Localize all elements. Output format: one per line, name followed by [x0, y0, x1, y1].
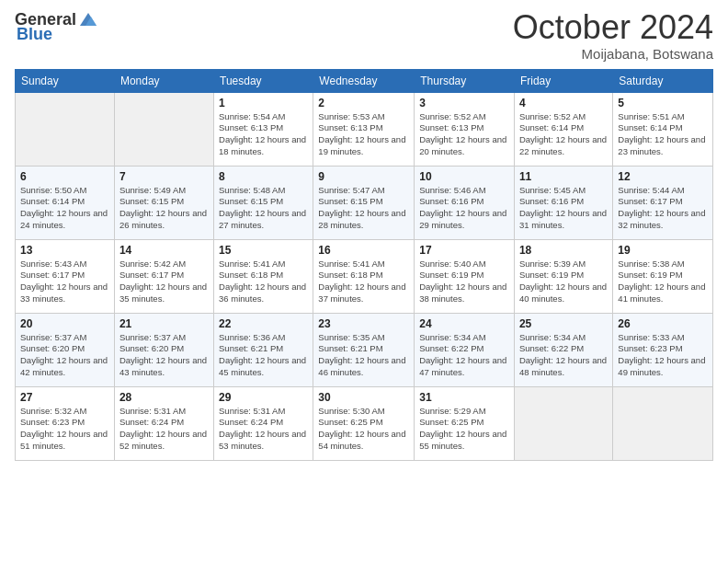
calendar-header-saturday: Saturday [613, 69, 713, 92]
day-info: Sunrise: 5:48 AMSunset: 6:15 PMDaylight:… [219, 185, 308, 232]
day-info: Sunrise: 5:34 AMSunset: 6:22 PMDaylight:… [419, 332, 509, 379]
calendar-cell: 17Sunrise: 5:40 AMSunset: 6:19 PMDayligh… [415, 239, 515, 313]
day-info: Sunrise: 5:45 AMSunset: 6:16 PMDaylight:… [519, 185, 608, 232]
day-info: Sunrise: 5:51 AMSunset: 6:14 PMDaylight:… [618, 111, 708, 158]
day-number: 15 [219, 244, 308, 257]
day-number: 16 [318, 244, 409, 257]
calendar-cell: 19Sunrise: 5:38 AMSunset: 6:19 PMDayligh… [613, 239, 713, 313]
day-number: 10 [419, 170, 509, 183]
calendar-cell: 2Sunrise: 5:53 AMSunset: 6:13 PMDaylight… [313, 92, 415, 166]
title-month: October 2024 [513, 9, 713, 46]
calendar-header-row: SundayMondayTuesdayWednesdayThursdayFrid… [16, 69, 713, 92]
calendar-table: SundayMondayTuesdayWednesdayThursdayFrid… [15, 69, 713, 461]
day-number: 6 [20, 170, 109, 183]
calendar-cell: 1Sunrise: 5:54 AMSunset: 6:13 PMDaylight… [214, 92, 313, 166]
calendar-cell: 20Sunrise: 5:37 AMSunset: 6:20 PMDayligh… [16, 313, 115, 386]
calendar-week-row: 20Sunrise: 5:37 AMSunset: 6:20 PMDayligh… [16, 313, 713, 386]
day-number: 22 [219, 317, 308, 330]
day-info: Sunrise: 5:35 AMSunset: 6:21 PMDaylight:… [318, 332, 409, 379]
day-info: Sunrise: 5:36 AMSunset: 6:21 PMDaylight:… [219, 332, 308, 379]
calendar-header-tuesday: Tuesday [214, 69, 313, 92]
day-number: 20 [20, 317, 109, 330]
day-number: 5 [618, 97, 708, 109]
logo-blue-text: Blue [17, 26, 52, 42]
calendar-cell: 6Sunrise: 5:50 AMSunset: 6:14 PMDaylight… [16, 166, 115, 239]
day-number: 19 [618, 244, 708, 257]
calendar-header-thursday: Thursday [415, 69, 515, 92]
day-info: Sunrise: 5:42 AMSunset: 6:17 PMDaylight:… [119, 259, 209, 305]
day-info: Sunrise: 5:37 AMSunset: 6:20 PMDaylight:… [119, 332, 209, 379]
day-info: Sunrise: 5:38 AMSunset: 6:19 PMDaylight:… [618, 259, 708, 305]
calendar-cell [514, 386, 612, 460]
header: General Blue October 2024 Moijabana, Bot… [15, 9, 713, 62]
day-info: Sunrise: 5:33 AMSunset: 6:23 PMDaylight:… [618, 332, 708, 379]
day-info: Sunrise: 5:44 AMSunset: 6:17 PMDaylight:… [618, 185, 708, 232]
day-info: Sunrise: 5:53 AMSunset: 6:13 PMDaylight:… [318, 111, 409, 158]
day-number: 27 [20, 391, 109, 404]
calendar-cell: 22Sunrise: 5:36 AMSunset: 6:21 PMDayligh… [214, 313, 313, 386]
day-number: 4 [519, 97, 608, 109]
day-number: 18 [519, 244, 608, 257]
day-info: Sunrise: 5:34 AMSunset: 6:22 PMDaylight:… [519, 332, 608, 379]
day-number: 1 [219, 97, 308, 109]
calendar-cell: 5Sunrise: 5:51 AMSunset: 6:14 PMDaylight… [613, 92, 713, 166]
day-number: 29 [219, 391, 308, 404]
day-info: Sunrise: 5:46 AMSunset: 6:16 PMDaylight:… [419, 185, 509, 232]
calendar-cell: 31Sunrise: 5:29 AMSunset: 6:25 PMDayligh… [415, 386, 515, 460]
calendar-cell: 28Sunrise: 5:31 AMSunset: 6:24 PMDayligh… [114, 386, 213, 460]
calendar-cell [16, 92, 115, 166]
day-number: 14 [119, 244, 209, 257]
day-info: Sunrise: 5:31 AMSunset: 6:24 PMDaylight:… [119, 406, 209, 453]
day-info: Sunrise: 5:37 AMSunset: 6:20 PMDaylight:… [20, 332, 109, 379]
calendar-header-wednesday: Wednesday [313, 69, 415, 92]
day-number: 23 [318, 317, 409, 330]
calendar-header-friday: Friday [514, 69, 612, 92]
calendar-week-row: 13Sunrise: 5:43 AMSunset: 6:17 PMDayligh… [16, 239, 713, 313]
logo: General Blue [15, 9, 98, 42]
day-number: 21 [119, 317, 209, 330]
day-info: Sunrise: 5:49 AMSunset: 6:15 PMDaylight:… [119, 185, 209, 232]
calendar-cell [114, 92, 213, 166]
calendar-cell: 29Sunrise: 5:31 AMSunset: 6:24 PMDayligh… [214, 386, 313, 460]
day-number: 26 [618, 317, 708, 330]
day-info: Sunrise: 5:41 AMSunset: 6:18 PMDaylight:… [219, 259, 308, 305]
day-number: 11 [519, 170, 608, 183]
day-info: Sunrise: 5:43 AMSunset: 6:17 PMDaylight:… [20, 259, 109, 305]
day-number: 7 [119, 170, 209, 183]
calendar-cell: 21Sunrise: 5:37 AMSunset: 6:20 PMDayligh… [114, 313, 213, 386]
page: General Blue October 2024 Moijabana, Bot… [0, 0, 728, 563]
calendar-cell [613, 386, 713, 460]
day-number: 3 [419, 97, 509, 109]
calendar-week-row: 6Sunrise: 5:50 AMSunset: 6:14 PMDaylight… [16, 166, 713, 239]
calendar-cell: 14Sunrise: 5:42 AMSunset: 6:17 PMDayligh… [114, 239, 213, 313]
calendar-cell: 23Sunrise: 5:35 AMSunset: 6:21 PMDayligh… [313, 313, 415, 386]
calendar-cell: 13Sunrise: 5:43 AMSunset: 6:17 PMDayligh… [16, 239, 115, 313]
day-info: Sunrise: 5:29 AMSunset: 6:25 PMDaylight:… [419, 406, 509, 453]
calendar-header-sunday: Sunday [16, 69, 115, 92]
day-info: Sunrise: 5:40 AMSunset: 6:19 PMDaylight:… [419, 259, 509, 305]
calendar-cell: 15Sunrise: 5:41 AMSunset: 6:18 PMDayligh… [214, 239, 313, 313]
calendar-cell: 18Sunrise: 5:39 AMSunset: 6:19 PMDayligh… [514, 239, 612, 313]
logo-icon [78, 9, 98, 29]
day-info: Sunrise: 5:39 AMSunset: 6:19 PMDaylight:… [519, 259, 608, 305]
calendar-cell: 26Sunrise: 5:33 AMSunset: 6:23 PMDayligh… [613, 313, 713, 386]
calendar-cell: 4Sunrise: 5:52 AMSunset: 6:14 PMDaylight… [514, 92, 612, 166]
calendar-cell: 24Sunrise: 5:34 AMSunset: 6:22 PMDayligh… [415, 313, 515, 386]
day-number: 31 [419, 391, 509, 404]
day-info: Sunrise: 5:47 AMSunset: 6:15 PMDaylight:… [318, 185, 409, 232]
day-number: 25 [519, 317, 608, 330]
calendar-cell: 16Sunrise: 5:41 AMSunset: 6:18 PMDayligh… [313, 239, 415, 313]
day-number: 24 [419, 317, 509, 330]
day-info: Sunrise: 5:32 AMSunset: 6:23 PMDaylight:… [20, 406, 109, 453]
calendar-cell: 25Sunrise: 5:34 AMSunset: 6:22 PMDayligh… [514, 313, 612, 386]
day-number: 9 [318, 170, 409, 183]
day-number: 28 [119, 391, 209, 404]
day-info: Sunrise: 5:31 AMSunset: 6:24 PMDaylight:… [219, 406, 308, 453]
day-info: Sunrise: 5:50 AMSunset: 6:14 PMDaylight:… [20, 185, 109, 232]
day-number: 12 [618, 170, 708, 183]
calendar-cell: 27Sunrise: 5:32 AMSunset: 6:23 PMDayligh… [16, 386, 115, 460]
day-info: Sunrise: 5:54 AMSunset: 6:13 PMDaylight:… [219, 111, 308, 158]
calendar-cell: 10Sunrise: 5:46 AMSunset: 6:16 PMDayligh… [415, 166, 515, 239]
calendar-cell: 8Sunrise: 5:48 AMSunset: 6:15 PMDaylight… [214, 166, 313, 239]
calendar-cell: 3Sunrise: 5:52 AMSunset: 6:13 PMDaylight… [415, 92, 515, 166]
